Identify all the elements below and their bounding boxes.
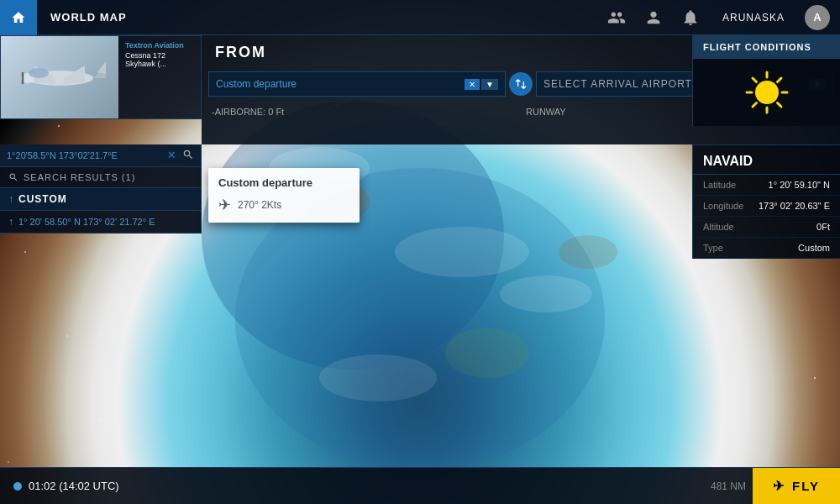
time-area: 01:02 (14:02 UTC) (0, 480, 711, 492)
departure-badges: ✕ ▼ (465, 79, 498, 90)
search-panel: ✕ SEARCH RESULTS (1) ↑ CUSTOM ↑ 1° 20' 5… (0, 144, 202, 234)
svg-point-14 (8, 461, 9, 463)
svg-point-4 (58, 125, 60, 127)
bottom-bar: 01:02 (14:02 UTC) 481 NM ✈ FLY (0, 467, 840, 504)
svg-point-23 (500, 276, 592, 312)
popup-heading: 270° 2Kts (238, 199, 281, 211)
right-panel: FLIGHT CONDITIONS (692, 35, 840, 126)
svg-line-41 (753, 78, 757, 82)
navaid-altitude-row: Altitude 0Ft (693, 217, 840, 238)
svg-point-22 (319, 354, 437, 402)
custom-label: CUSTOM (18, 193, 67, 205)
svg-marker-30 (97, 61, 106, 74)
search-results-label: SEARCH RESULTS (1) (24, 172, 135, 182)
distance-text: 481 NM (711, 480, 753, 492)
navaid-altitude-val: 0Ft (816, 222, 830, 232)
navaid-longitude-key: Longitude (703, 201, 743, 211)
navaid-longitude-val: 173° 02' 20.63" E (759, 201, 830, 211)
sun-icon (743, 69, 790, 116)
notification-icon[interactable] (679, 6, 702, 29)
departure-select[interactable]: Custom departure ✕ ▼ (208, 71, 506, 97)
svg-point-25 (445, 328, 529, 378)
page-title: WORLD MAP (37, 11, 605, 24)
navaid-type-val: Custom (798, 243, 830, 253)
user-avatar[interactable]: A (805, 5, 830, 30)
username-label: ARUNASKA (716, 12, 791, 24)
search-results-row: SEARCH RESULTS (1) (0, 167, 201, 188)
navaid-latitude-val: 1° 20' 59.10" N (769, 180, 830, 190)
time-dot-icon (13, 482, 22, 491)
svg-point-13 (814, 377, 816, 379)
svg-line-42 (777, 103, 781, 108)
navaid-panel: NAVAID Latitude 1° 20' 59.10" N Longitud… (692, 144, 840, 259)
swap-button[interactable] (509, 72, 533, 96)
flight-conditions-header: FLIGHT CONDITIONS (693, 35, 840, 59)
departure-text: Custom departure (216, 78, 297, 90)
fly-label: FLY (792, 479, 820, 493)
weather-icon-area (693, 59, 840, 126)
aircraft-info: Textron Aviation Cessna 172 Skyhawk (... (118, 36, 201, 118)
navaid-type-row: Type Custom (693, 238, 840, 259)
svg-point-21 (395, 227, 529, 277)
svg-point-26 (559, 235, 617, 269)
navaid-title: NAVAID (693, 145, 840, 175)
aircraft-panel: Textron Aviation Cessna 172 Skyhawk (... (0, 35, 202, 119)
fly-button[interactable]: ✈ FLY (753, 468, 840, 505)
airborne-text: -AIRBORNE: 0 Ft (208, 107, 519, 117)
coord-text: 1° 20' 58.50° N 173° 02' 21.72° E (18, 217, 192, 227)
arrival-placeholder: SELECT ARRIVAL AIRPORT (543, 78, 692, 90)
svg-line-43 (777, 78, 781, 82)
svg-point-36 (755, 81, 779, 104)
departure-down-badge[interactable]: ▼ (481, 79, 498, 90)
coord-icon: ↑ (8, 216, 13, 228)
navaid-type-key: Type (703, 243, 723, 253)
aircraft-brand: Textron Aviation (125, 41, 194, 50)
navaid-altitude-key: Altitude (703, 222, 734, 232)
custom-row[interactable]: ↑ CUSTOM (0, 188, 201, 211)
navaid-latitude-row: Latitude 1° 20' 59.10" N (693, 175, 840, 196)
custom-arrow-icon: ↑ (8, 193, 13, 205)
from-label: FROM (215, 44, 266, 61)
search-input-row: ✕ (0, 144, 201, 167)
group-icon[interactable] (605, 6, 628, 29)
search-clear-button[interactable]: ✕ (164, 148, 179, 163)
time-text: 01:02 (14:02 UTC) (29, 480, 119, 492)
coord-row[interactable]: ↑ 1° 20' 58.50° N 173° 02' 21.72° E (0, 211, 201, 233)
popup-title: Custom departure (218, 176, 349, 189)
aircraft-model: Cessna 172 Skyhawk (... (125, 51, 194, 68)
search-icon[interactable] (182, 149, 194, 163)
svg-point-34 (29, 68, 49, 78)
aircraft-image (1, 36, 118, 119)
user-icon[interactable] (642, 6, 665, 29)
top-navigation: WORLD MAP ARUNASKA A (0, 0, 840, 35)
departure-clear-badge[interactable]: ✕ (465, 79, 480, 90)
svg-point-6 (24, 251, 26, 253)
svg-line-44 (753, 103, 757, 108)
svg-point-8 (100, 419, 102, 421)
search-input[interactable] (7, 150, 160, 160)
popup-row: ✈ 270° 2Kts (218, 196, 349, 214)
fly-plane-icon: ✈ (773, 478, 785, 494)
custom-departure-popup: Custom departure ✈ 270° 2Kts (208, 168, 360, 223)
nav-icons-group: ARUNASKA A (605, 5, 840, 30)
navaid-latitude-key: Latitude (703, 180, 736, 190)
svg-point-7 (66, 335, 68, 337)
popup-plane-icon: ✈ (218, 196, 231, 214)
navaid-longitude-row: Longitude 173° 02' 20.63" E (693, 196, 840, 217)
home-button[interactable] (0, 0, 37, 35)
